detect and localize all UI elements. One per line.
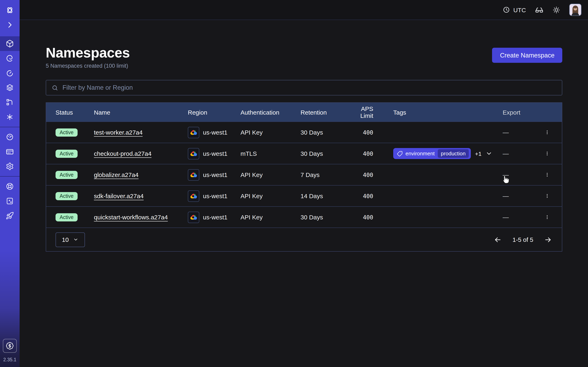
chevron-down-icon [73,237,79,242]
sidebar-item-billing[interactable] [0,144,20,159]
table-body: Active test-worker.a27a4 us-west1 API Ke… [46,122,562,227]
chevron-right-icon [6,21,14,29]
sidebar-item-workflows[interactable] [0,51,20,66]
timezone-selector[interactable]: UTC [503,6,526,13]
region-cell: us-west1 [188,127,241,138]
gcp-cloud-icon [188,127,199,138]
status-badge: Active [56,171,78,179]
retention-cell: 7 Days [301,171,348,178]
namespace-link[interactable]: checkout-prod.a27a4 [94,150,151,157]
temporal-logo[interactable] [0,3,20,17]
gcp-cloud-icon [188,211,199,223]
column-header-authentication: Authentication [241,109,301,116]
aps-limit-cell: 400 [348,129,373,136]
sidebar-item-settings[interactable] [0,159,20,174]
labs-toggle-button[interactable] [535,6,544,14]
export-cell: — [503,129,532,136]
cube-icon [6,40,14,48]
region-label: us-west1 [203,171,227,178]
column-header-name: Name [94,109,188,116]
tag-icon [397,151,403,156]
previous-page-button[interactable] [494,235,502,244]
row-menu-button[interactable] [542,127,552,137]
auth-cell: API Key [241,192,301,200]
namespace-link[interactable]: globalizer.a27a4 [94,171,139,178]
tag-more-count: +1 [475,150,482,157]
version-label: 2.35.1 [3,357,16,362]
sidebar-item-deployments[interactable] [0,80,20,95]
user-avatar[interactable] [569,4,581,16]
tag-key: environment [406,150,435,157]
sidebar-expand-button[interactable] [0,17,20,32]
page-size-select[interactable]: 10 [56,232,85,247]
credit-card-icon [6,148,14,156]
auth-cell: API Key [241,214,301,221]
column-header-aps-limit: APS Limit [348,105,373,119]
table-row: Active quickstart-workflows.a27a4 us-wes… [46,206,562,227]
create-namespace-button[interactable]: Create Namespace [492,48,562,63]
sidebar-item-schedules[interactable] [0,66,20,80]
layers-icon [6,83,14,92]
retention-cell: 30 Days [301,214,348,221]
status-badge: Active [56,128,78,136]
next-page-button[interactable] [544,235,552,244]
gcp-cloud-icon [188,148,199,159]
row-menu-button[interactable] [542,170,552,180]
column-header-retention: Retention [301,109,348,116]
table-row: Active test-worker.a27a4 us-west1 API Ke… [46,122,562,143]
main-content: Namespaces 5 Namespaces created (100 lim… [20,20,588,367]
topbar: UTC [20,0,588,20]
lifebuoy-icon [6,182,14,191]
status-badge: Active [56,192,78,200]
tag-value: production [438,149,469,158]
row-menu-button[interactable] [542,149,552,158]
kebab-icon [545,129,549,136]
theme-toggle-button[interactable] [553,6,560,14]
kebab-icon [545,150,549,157]
sidebar-item-nexus[interactable] [0,110,20,124]
filter-bar [46,80,562,95]
table-footer: 10 1-5 of 5 [46,227,562,251]
column-header-tags: Tags [373,109,503,116]
table-row: Active checkout-prod.a27a4 us-west1 mTLS… [46,143,562,164]
namespaces-table: Status Name Region Authentication Retent… [46,102,562,252]
aps-limit-cell: 400 [348,150,373,157]
row-menu-button[interactable] [542,212,552,222]
namespace-link[interactable]: quickstart-workflows.a27a4 [94,214,168,221]
namespace-link[interactable]: test-worker.a27a4 [94,129,143,136]
branch-icon [6,98,14,106]
gcp-cloud-icon [188,190,199,202]
auth-cell: API Key [241,129,301,136]
kebab-icon [545,192,549,200]
sidebar-item-usage[interactable] [0,130,20,144]
sidebar-item-getting-started[interactable] [0,208,20,223]
retention-cell: 30 Days [301,150,348,157]
region-label: us-west1 [203,150,227,157]
tag-pill[interactable]: environment production [393,148,471,159]
rocket-icon [6,212,14,220]
pagination-range-label: 1-5 of 5 [512,236,533,243]
row-menu-button[interactable] [542,191,552,201]
sidebar-divider [0,127,20,127]
namespace-link[interactable]: sdk-failover.a27a4 [94,192,144,200]
auth-cell: API Key [241,171,301,178]
column-header-region: Region [188,109,241,116]
sidebar-item-support[interactable] [0,179,20,194]
tags-cell: environment production +1 [373,148,503,159]
region-cell: us-west1 [188,211,241,223]
tags-expand-chevron[interactable] [485,150,493,157]
sidebar-item-batch-operations[interactable] [0,95,20,110]
sidebar-divider [0,176,20,176]
credits-button[interactable] [3,339,17,353]
region-label: us-west1 [203,129,227,136]
filter-input[interactable] [46,80,562,95]
retention-cell: 30 Days [301,129,348,136]
sidebar-item-namespaces[interactable] [0,36,20,51]
arrow-right-icon [544,235,552,244]
sidebar-item-docs[interactable] [0,194,20,208]
region-cell: us-west1 [188,190,241,202]
kebab-icon [545,214,549,221]
gcp-cloud-icon [188,169,199,180]
table-header: Status Name Region Authentication Retent… [46,103,562,122]
asterisk-icon [6,113,14,121]
